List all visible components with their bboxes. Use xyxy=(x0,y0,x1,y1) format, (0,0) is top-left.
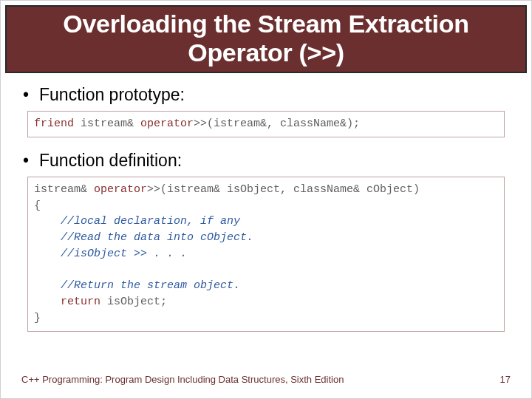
bullet-prototype: • Function prototype: xyxy=(23,85,509,105)
footer-text: C++ Programming: Program Design Includin… xyxy=(21,374,344,385)
slide: Overloading the Stream Extraction Operat… xyxy=(0,0,532,399)
bullet-icon: • xyxy=(23,151,39,171)
slide-footer: C++ Programming: Program Design Includin… xyxy=(1,374,531,398)
code-text: } xyxy=(34,312,41,324)
code-indent xyxy=(34,279,61,292)
code-text: istream& xyxy=(34,183,94,196)
code-text: isObject; xyxy=(100,296,167,308)
code-indent xyxy=(34,231,61,244)
code-comment: //local declaration, if any xyxy=(61,215,240,228)
code-text: >>(istream& isObject, className& cObject… xyxy=(147,183,420,196)
code-text: istream& xyxy=(74,117,140,130)
bullet-text: Function definition: xyxy=(39,151,182,171)
slide-title: Overloading the Stream Extraction Operat… xyxy=(17,10,515,67)
bullet-definition: • Function definition: xyxy=(23,151,509,171)
bullet-icon: • xyxy=(23,85,39,105)
code-prototype: friend istream& operator>>(istream&, cla… xyxy=(27,111,505,137)
code-indent xyxy=(34,215,61,228)
code-indent xyxy=(34,296,61,308)
code-keyword: operator xyxy=(94,183,147,196)
code-keyword: operator xyxy=(140,117,194,130)
code-comment: //Return the stream object. xyxy=(61,279,240,292)
code-text: { xyxy=(34,200,41,212)
bullet-text: Function prototype: xyxy=(39,85,185,105)
code-keyword: return xyxy=(61,296,100,308)
slide-body: • Function prototype: friend istream& op… xyxy=(1,73,531,374)
code-definition: istream& operator>>(istream& isObject, c… xyxy=(27,177,505,332)
code-indent xyxy=(34,248,61,260)
code-comment: //Read the data into cObject. xyxy=(61,231,253,244)
code-keyword: friend xyxy=(34,117,74,130)
code-comment: //isObject >> . . . xyxy=(61,248,187,260)
code-text: >>(istream&, className&); xyxy=(194,117,360,130)
title-block: Overloading the Stream Extraction Operat… xyxy=(5,5,527,73)
page-number: 17 xyxy=(500,374,511,385)
